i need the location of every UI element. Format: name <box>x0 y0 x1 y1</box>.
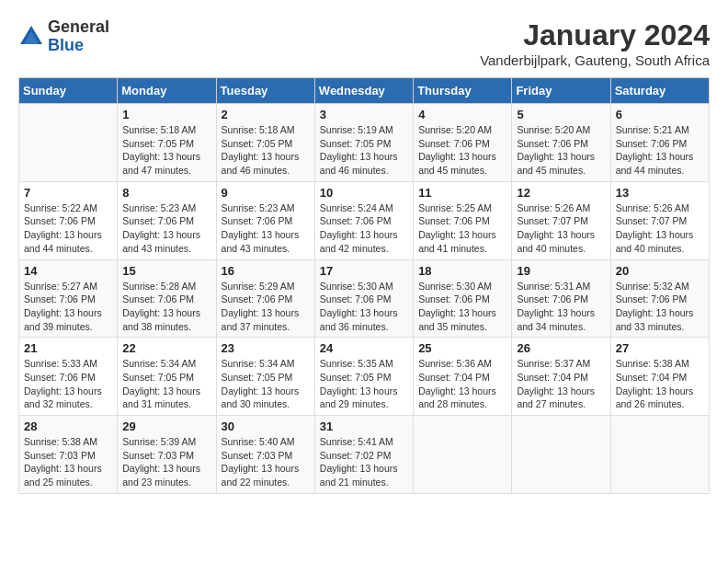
general-blue-icon <box>18 24 44 50</box>
logo: General Blue <box>18 18 109 55</box>
calendar-cell: 12Sunrise: 5:26 AMSunset: 7:07 PMDayligh… <box>512 181 610 259</box>
day-number: 31 <box>320 419 408 433</box>
day-info: Sunrise: 5:38 AMSunset: 7:04 PMDaylight:… <box>616 357 704 411</box>
day-number: 10 <box>320 186 408 200</box>
day-info: Sunrise: 5:18 AMSunset: 7:05 PMDaylight:… <box>122 123 210 178</box>
calendar-cell: 27Sunrise: 5:38 AMSunset: 7:04 PMDayligh… <box>610 338 709 416</box>
day-number: 19 <box>517 264 605 278</box>
day-info: Sunrise: 5:26 AMSunset: 7:07 PMDaylight:… <box>616 201 704 256</box>
day-info: Sunrise: 5:40 AMSunset: 7:03 PMDaylight:… <box>222 435 310 489</box>
day-number: 2 <box>222 108 310 121</box>
logo-general-text: General <box>48 18 109 37</box>
calendar-cell: 24Sunrise: 5:35 AMSunset: 7:05 PMDayligh… <box>314 338 413 416</box>
calendar-cell: 19Sunrise: 5:31 AMSunset: 7:06 PMDayligh… <box>512 259 610 338</box>
day-number: 3 <box>320 108 408 121</box>
day-info: Sunrise: 5:25 AMSunset: 7:06 PMDaylight:… <box>418 201 506 256</box>
calendar-cell: 21Sunrise: 5:33 AMSunset: 7:06 PMDayligh… <box>19 338 118 416</box>
week-row-4: 21Sunrise: 5:33 AMSunset: 7:06 PMDayligh… <box>19 338 710 416</box>
calendar-cell <box>512 416 610 494</box>
calendar-table: SundayMondayTuesdayWednesdayThursdayFrid… <box>18 77 710 494</box>
day-info: Sunrise: 5:23 AMSunset: 7:06 PMDaylight:… <box>222 201 310 256</box>
day-info: Sunrise: 5:30 AMSunset: 7:06 PMDaylight:… <box>418 280 506 334</box>
day-number: 27 <box>616 341 704 355</box>
day-info: Sunrise: 5:34 AMSunset: 7:05 PMDaylight:… <box>222 357 310 411</box>
header-day-saturday: Saturday <box>610 78 709 104</box>
week-row-5: 28Sunrise: 5:38 AMSunset: 7:03 PMDayligh… <box>19 416 710 494</box>
day-info: Sunrise: 5:24 AMSunset: 7:06 PMDaylight:… <box>320 201 408 256</box>
title-block: January 2024 Vanderbijlpark, Gauteng, So… <box>480 18 710 68</box>
day-info: Sunrise: 5:18 AMSunset: 7:05 PMDaylight:… <box>222 123 310 178</box>
day-number: 11 <box>418 186 506 200</box>
week-row-2: 7Sunrise: 5:22 AMSunset: 7:06 PMDaylight… <box>19 181 710 259</box>
calendar-cell: 29Sunrise: 5:39 AMSunset: 7:03 PMDayligh… <box>118 416 216 494</box>
calendar-cell: 2Sunrise: 5:18 AMSunset: 7:05 PMDaylight… <box>216 104 314 182</box>
day-number: 12 <box>517 186 605 200</box>
day-number: 9 <box>222 186 310 200</box>
calendar-cell: 14Sunrise: 5:27 AMSunset: 7:06 PMDayligh… <box>19 259 118 338</box>
day-info: Sunrise: 5:21 AMSunset: 7:06 PMDaylight:… <box>616 123 704 178</box>
calendar-cell <box>19 104 118 182</box>
calendar-cell: 15Sunrise: 5:28 AMSunset: 7:06 PMDayligh… <box>118 259 216 338</box>
calendar-header: SundayMondayTuesdayWednesdayThursdayFrid… <box>19 78 710 104</box>
calendar-cell: 7Sunrise: 5:22 AMSunset: 7:06 PMDaylight… <box>19 181 118 259</box>
day-number: 30 <box>222 419 310 433</box>
week-row-1: 1Sunrise: 5:18 AMSunset: 7:05 PMDaylight… <box>19 104 710 182</box>
calendar-cell: 11Sunrise: 5:25 AMSunset: 7:06 PMDayligh… <box>414 181 512 259</box>
calendar-cell: 8Sunrise: 5:23 AMSunset: 7:06 PMDaylight… <box>118 181 216 259</box>
calendar-cell: 20Sunrise: 5:32 AMSunset: 7:06 PMDayligh… <box>610 259 709 338</box>
day-number: 5 <box>517 108 605 121</box>
calendar-cell: 22Sunrise: 5:34 AMSunset: 7:05 PMDayligh… <box>118 338 216 416</box>
day-info: Sunrise: 5:31 AMSunset: 7:06 PMDaylight:… <box>517 280 605 334</box>
day-number: 18 <box>418 264 506 278</box>
calendar-cell <box>414 416 512 494</box>
day-number: 1 <box>122 108 210 121</box>
calendar-cell: 23Sunrise: 5:34 AMSunset: 7:05 PMDayligh… <box>216 338 314 416</box>
calendar-cell: 30Sunrise: 5:40 AMSunset: 7:03 PMDayligh… <box>216 416 314 494</box>
day-info: Sunrise: 5:35 AMSunset: 7:05 PMDaylight:… <box>320 357 408 411</box>
calendar-cell: 1Sunrise: 5:18 AMSunset: 7:05 PMDaylight… <box>118 104 216 182</box>
day-number: 7 <box>24 186 112 200</box>
day-number: 24 <box>320 341 408 355</box>
calendar-cell: 31Sunrise: 5:41 AMSunset: 7:02 PMDayligh… <box>314 416 413 494</box>
header-day-monday: Monday <box>118 78 216 104</box>
day-info: Sunrise: 5:22 AMSunset: 7:06 PMDaylight:… <box>24 201 112 256</box>
day-info: Sunrise: 5:28 AMSunset: 7:06 PMDaylight:… <box>122 280 210 334</box>
calendar-cell: 18Sunrise: 5:30 AMSunset: 7:06 PMDayligh… <box>414 259 512 338</box>
day-number: 17 <box>320 264 408 278</box>
day-info: Sunrise: 5:38 AMSunset: 7:03 PMDaylight:… <box>24 435 112 489</box>
calendar-cell: 3Sunrise: 5:19 AMSunset: 7:05 PMDaylight… <box>314 104 413 182</box>
day-info: Sunrise: 5:23 AMSunset: 7:06 PMDaylight:… <box>122 201 210 256</box>
day-info: Sunrise: 5:34 AMSunset: 7:05 PMDaylight:… <box>122 357 210 411</box>
calendar-cell: 17Sunrise: 5:30 AMSunset: 7:06 PMDayligh… <box>314 259 413 338</box>
day-number: 21 <box>24 341 112 355</box>
calendar-cell: 26Sunrise: 5:37 AMSunset: 7:04 PMDayligh… <box>512 338 610 416</box>
calendar-cell: 25Sunrise: 5:36 AMSunset: 7:04 PMDayligh… <box>414 338 512 416</box>
calendar-cell: 5Sunrise: 5:20 AMSunset: 7:06 PMDaylight… <box>512 104 610 182</box>
day-number: 23 <box>222 341 310 355</box>
day-info: Sunrise: 5:29 AMSunset: 7:06 PMDaylight:… <box>222 280 310 334</box>
day-number: 16 <box>222 264 310 278</box>
calendar-cell: 28Sunrise: 5:38 AMSunset: 7:03 PMDayligh… <box>19 416 118 494</box>
header-day-thursday: Thursday <box>414 78 512 104</box>
calendar-cell <box>610 416 709 494</box>
day-number: 28 <box>24 419 112 433</box>
header-day-wednesday: Wednesday <box>314 78 413 104</box>
day-number: 20 <box>616 264 704 278</box>
day-info: Sunrise: 5:27 AMSunset: 7:06 PMDaylight:… <box>24 280 112 334</box>
calendar-cell: 4Sunrise: 5:20 AMSunset: 7:06 PMDaylight… <box>414 104 512 182</box>
day-number: 4 <box>418 108 506 121</box>
day-info: Sunrise: 5:37 AMSunset: 7:04 PMDaylight:… <box>517 357 605 411</box>
header-day-sunday: Sunday <box>19 78 118 104</box>
header-day-friday: Friday <box>512 78 610 104</box>
day-info: Sunrise: 5:20 AMSunset: 7:06 PMDaylight:… <box>418 123 506 178</box>
day-info: Sunrise: 5:20 AMSunset: 7:06 PMDaylight:… <box>517 123 605 178</box>
calendar-cell: 10Sunrise: 5:24 AMSunset: 7:06 PMDayligh… <box>314 181 413 259</box>
day-info: Sunrise: 5:41 AMSunset: 7:02 PMDaylight:… <box>320 435 408 489</box>
day-number: 6 <box>616 108 704 121</box>
day-number: 14 <box>24 264 112 278</box>
day-info: Sunrise: 5:30 AMSunset: 7:06 PMDaylight:… <box>320 280 408 334</box>
day-number: 15 <box>122 264 210 278</box>
day-info: Sunrise: 5:32 AMSunset: 7:06 PMDaylight:… <box>616 280 704 334</box>
day-info: Sunrise: 5:26 AMSunset: 7:07 PMDaylight:… <box>517 201 605 256</box>
page-header: General Blue January 2024 Vanderbijlpark… <box>18 18 710 68</box>
